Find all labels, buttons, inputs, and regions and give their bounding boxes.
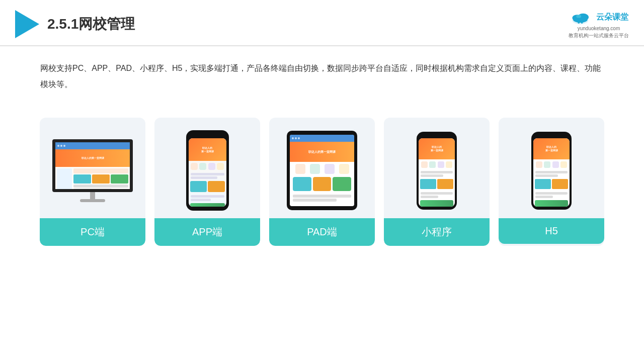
card-pad-label: PAD端 xyxy=(269,218,375,246)
card-h5: 职达人的第一堂网课 xyxy=(499,118,604,246)
monitor-mockup: 职达人的第一堂网课 xyxy=(52,139,133,202)
svg-rect-4 xyxy=(578,20,580,23)
logo-subtitle: yunduoketang.com 教育机构一站式服务云平台 xyxy=(569,25,629,39)
svg-rect-5 xyxy=(581,20,583,23)
cards-container: 职达人的第一堂网课 xyxy=(0,108,644,256)
svg-point-6 xyxy=(576,15,581,18)
card-h5-image: 职达人的第一堂网课 xyxy=(499,118,604,218)
logo-triangle-icon xyxy=(15,10,39,38)
card-pad-image: 职达人的第一堂网课 xyxy=(269,118,375,218)
card-pad: 职达人的第一堂网课 xyxy=(269,118,375,246)
card-pc-image: 职达人的第一堂网课 xyxy=(40,118,145,218)
phone-mini-screen-1: 职达人的第一堂网课 xyxy=(419,138,455,207)
page-title: 2.5.1网校管理 xyxy=(47,15,135,34)
cloud-logo: 云朵课堂 xyxy=(569,9,628,25)
card-app-image: 职达人的第一堂网课 xyxy=(154,118,260,218)
card-miniapp: 职达人的第一堂网课 xyxy=(384,118,490,246)
pad-screen: 职达人的第一堂网课 xyxy=(290,135,354,206)
phone-mini-mockup-2: 职达人的第一堂网课 xyxy=(531,132,572,210)
phone-mini-screen-2: 职达人的第一堂网课 xyxy=(533,138,570,207)
phone-mockup: 职达人的第一堂网课 xyxy=(186,130,229,211)
cloud-icon xyxy=(569,9,593,25)
card-miniapp-label: 小程序 xyxy=(384,218,490,246)
logo-url: yunduoketang.com xyxy=(569,25,629,32)
header-left: 2.5.1网校管理 xyxy=(15,10,135,38)
logo-subtitle-line1: 教育机构一站式服务云平台 xyxy=(569,32,629,39)
card-miniapp-image: 职达人的第一堂网课 xyxy=(384,118,490,218)
card-h5-label: H5 xyxy=(499,218,604,244)
description-text: 网校支持PC、APP、PAD、小程序、H5，实现多端打通，产品各终端自由切换，数… xyxy=(0,46,644,103)
pad-body: 职达人的第一堂网课 xyxy=(287,131,357,210)
monitor-screen: 职达人的第一堂网课 xyxy=(52,139,133,192)
header-right: 云朵课堂 yunduoketang.com 教育机构一站式服务云平台 xyxy=(569,9,629,39)
logo-name: 云朵课堂 xyxy=(596,12,628,23)
phone-mini-mockup-1: 职达人的第一堂网课 xyxy=(417,132,457,210)
card-app-label: APP端 xyxy=(154,218,260,246)
card-app: 职达人的第一堂网课 xyxy=(154,118,260,246)
phone-screen: 职达人的第一堂网课 xyxy=(189,138,226,207)
phone-body: 职达人的第一堂网课 xyxy=(186,130,229,211)
card-pc: 职达人的第一堂网课 xyxy=(40,118,145,246)
pad-mockup: 职达人的第一堂网课 xyxy=(287,131,357,210)
card-pc-label: PC端 xyxy=(40,218,145,246)
header: 2.5.1网校管理 云朵课堂 yunduoketang.com 教育机构一站式服… xyxy=(0,0,644,46)
